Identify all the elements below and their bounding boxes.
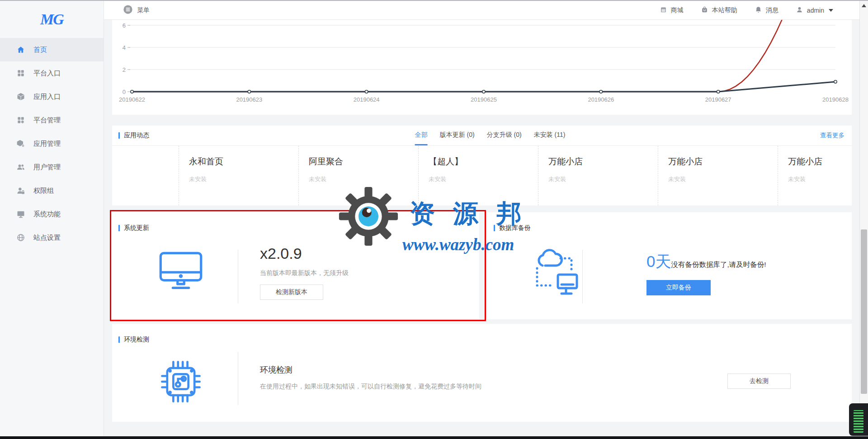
app-status: 未安装 bbox=[788, 175, 852, 183]
header-item-label: 本站帮助 bbox=[712, 6, 737, 14]
svg-text:20190625: 20190625 bbox=[471, 96, 497, 103]
app-name: 永和首页 bbox=[189, 156, 298, 168]
header-item-label: 消息 bbox=[766, 6, 778, 14]
app-name: 万能小店 bbox=[788, 156, 852, 168]
grid-icon bbox=[16, 69, 25, 78]
app-activity-card: 应用动态 全部版本更新 (0)分支升级 (0)未安装 (11) 查看更多 永和首… bbox=[112, 126, 852, 205]
svg-text:2: 2 bbox=[123, 66, 126, 73]
app-status: 未安装 bbox=[548, 175, 658, 183]
recording-meter-overlay bbox=[849, 403, 868, 436]
sidebar-item-label: 用户管理 bbox=[33, 163, 61, 172]
section-title: 系统更新 bbox=[118, 224, 149, 232]
app-list-item[interactable]: 万能小店未安装 bbox=[658, 146, 778, 205]
monitor-large-icon bbox=[157, 250, 204, 297]
app-list-item[interactable]: 永和首页未安装 bbox=[179, 146, 298, 205]
brand-logo[interactable]: MG bbox=[0, 1, 104, 38]
shop-icon bbox=[660, 6, 667, 15]
monitor-icon bbox=[16, 210, 25, 219]
user-lock-icon bbox=[16, 186, 25, 195]
header-item-label: 商城 bbox=[671, 6, 684, 14]
window-bottom-bar bbox=[0, 436, 868, 439]
user-icon bbox=[796, 6, 803, 15]
app-status: 未安装 bbox=[189, 175, 298, 183]
app-activity-header: 应用动态 全部版本更新 (0)分支升级 (0)未安装 (11) 查看更多 bbox=[112, 126, 852, 146]
visits-chart-card: 0246201906222019062320190624201906252019… bbox=[112, 20, 852, 115]
section-accent-bar bbox=[118, 336, 120, 343]
sidebar-item-platform-entry[interactable]: 平台入口 bbox=[0, 61, 104, 85]
sidebar-item-label: 平台管理 bbox=[33, 116, 61, 125]
header-item-messages[interactable]: 消息 bbox=[755, 6, 778, 15]
scrollbar-thumb[interactable] bbox=[861, 229, 867, 394]
cloud-backup-icon bbox=[532, 247, 580, 302]
tab-version-update[interactable]: 版本更新 (0) bbox=[440, 126, 475, 145]
app-name: 万能小店 bbox=[668, 156, 778, 168]
go-check-button[interactable]: 去检测 bbox=[727, 374, 791, 389]
sidebar-item-label: 应用入口 bbox=[33, 93, 61, 101]
sidebar-item-user-manage[interactable]: 用户管理 bbox=[0, 155, 104, 179]
app-tabs: 全部版本更新 (0)分支升级 (0)未安装 (11) bbox=[415, 126, 566, 145]
sidebar-item-app-entry[interactable]: 应用入口 bbox=[0, 85, 104, 108]
app-list-item[interactable]: 【超人】未安装 bbox=[418, 146, 538, 205]
app-status: 未安装 bbox=[309, 175, 418, 183]
tab-branch-upgrade[interactable]: 分支升级 (0) bbox=[487, 126, 522, 145]
svg-text:20190628: 20190628 bbox=[822, 96, 849, 103]
sidebar: MG 首页平台入口应用入口平台管理应用管理用户管理权限组系统功能站点设置 bbox=[0, 1, 104, 436]
sidebar-item-platform-manage[interactable]: 平台管理 bbox=[0, 108, 104, 132]
svg-text:20190624: 20190624 bbox=[354, 96, 380, 103]
sidebar-item-label: 站点设置 bbox=[33, 234, 61, 242]
sidebar-item-label: 平台入口 bbox=[33, 69, 61, 78]
page-scrollbar[interactable] bbox=[859, 1, 868, 436]
menu-button[interactable]: 菜单 bbox=[123, 5, 150, 16]
app-list-item[interactable]: 万能小店未安装 bbox=[538, 146, 658, 205]
sidebar-item-site-settings[interactable]: 站点设置 bbox=[0, 226, 104, 249]
svg-text:20190623: 20190623 bbox=[236, 96, 262, 103]
sidebar-item-permission-group[interactable]: 权限组 bbox=[0, 179, 104, 202]
chevron-down-icon bbox=[829, 9, 833, 12]
days-without-backup: 0天 bbox=[646, 251, 671, 272]
section-accent-bar bbox=[118, 225, 120, 231]
section-title: 应用动态 bbox=[118, 131, 149, 140]
view-more-link[interactable]: 查看更多 bbox=[820, 131, 844, 140]
section-accent-bar bbox=[118, 132, 120, 139]
header-bar: 菜单 商城本站帮助消息admin bbox=[104, 1, 859, 20]
vertical-divider bbox=[238, 250, 238, 304]
app-list-item[interactable]: 阿里聚合未安装 bbox=[298, 146, 418, 205]
section-title: 环境检测 bbox=[118, 336, 149, 344]
db-backup-card: 数据库备份 0天 没有备份数据库了,请及时备份! 立即备份 bbox=[487, 212, 852, 319]
env-check-description: 在使用过程中，如果出现未知错误，可以自行检测修复，避免花费过多等待时间 bbox=[260, 383, 481, 391]
section-accent-bar bbox=[494, 225, 495, 231]
line-chart: 0246201906222019062320190624201906252019… bbox=[112, 20, 852, 115]
app-name: 万能小店 bbox=[548, 156, 658, 168]
header-item-shop[interactable]: 商城 bbox=[660, 6, 684, 15]
app-list-item[interactable]: 万能小店未安装 bbox=[778, 146, 852, 205]
sidebar-item-label: 首页 bbox=[33, 46, 47, 54]
header-item-admin[interactable]: admin bbox=[796, 6, 833, 15]
header-item-label: admin bbox=[807, 7, 824, 14]
tab-all[interactable]: 全部 bbox=[415, 126, 428, 145]
section-title: 数据库备份 bbox=[494, 224, 531, 232]
sidebar-item-app-manage[interactable]: 应用管理 bbox=[0, 132, 104, 155]
scrollbar-up-arrow-icon[interactable] bbox=[862, 4, 866, 7]
tab-not-installed[interactable]: 未安装 (11) bbox=[534, 126, 566, 145]
header-right-group: 商城本站帮助消息admin bbox=[660, 6, 833, 15]
menu-list-icon bbox=[123, 5, 133, 16]
svg-text:20190626: 20190626 bbox=[588, 96, 614, 103]
header-item-site-help[interactable]: 本站帮助 bbox=[701, 6, 737, 15]
sidebar-item-system-functions[interactable]: 系统功能 bbox=[0, 202, 104, 226]
backup-warning-text: 没有备份数据库了,请及时备份! bbox=[671, 260, 766, 270]
check-new-version-button[interactable]: 检测新版本 bbox=[260, 285, 323, 300]
vertical-divider bbox=[238, 352, 238, 405]
svg-text:20190627: 20190627 bbox=[705, 96, 731, 103]
users-icon bbox=[16, 163, 25, 172]
version-status-text: 当前版本即最新版本，无须升级 bbox=[260, 269, 349, 277]
chip-icon bbox=[157, 358, 204, 407]
backup-status-line: 0天 没有备份数据库了,请及时备份! bbox=[646, 251, 766, 272]
app-list: 永和首页未安装阿里聚合未安装【超人】未安装万能小店未安装万能小店未安装万能小店未… bbox=[112, 146, 852, 205]
app-status: 未安装 bbox=[429, 175, 538, 183]
app-name: 阿里聚合 bbox=[309, 156, 418, 168]
sidebar-item-home[interactable]: 首页 bbox=[0, 38, 104, 61]
env-check-heading: 环境检测 bbox=[260, 364, 292, 375]
globe-icon bbox=[16, 233, 25, 242]
svg-text:0: 0 bbox=[123, 89, 126, 95]
backup-now-button[interactable]: 立即备份 bbox=[646, 280, 711, 295]
